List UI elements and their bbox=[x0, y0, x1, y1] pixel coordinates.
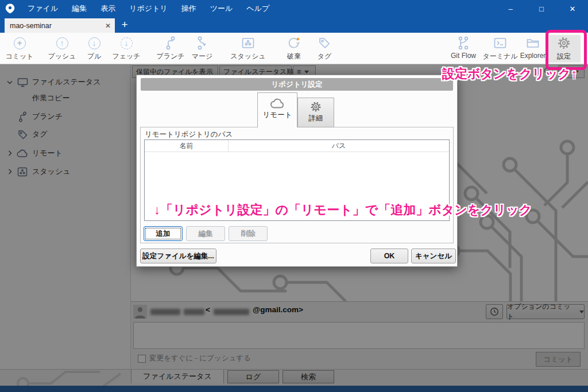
menu-help[interactable]: ヘルプ bbox=[239, 0, 276, 17]
stash-toolbar-button[interactable]: スタッシュ bbox=[228, 35, 268, 63]
table-header-row: 名前 パス bbox=[145, 140, 449, 152]
column-header-path[interactable]: パス bbox=[229, 140, 449, 152]
gitflow-toolbar-button[interactable]: Git Flow bbox=[443, 35, 483, 63]
ok-button[interactable]: OK bbox=[370, 249, 408, 263]
tab-close-icon[interactable]: ✕ bbox=[101, 22, 115, 30]
merge-icon bbox=[196, 36, 208, 50]
main-toolbar: + コミット ↑ プッシュ ↓ プル ↓ フェッチ ブランチ bbox=[0, 33, 588, 64]
menu-view[interactable]: 表示 bbox=[94, 0, 122, 17]
window-controls: – □ ✕ bbox=[495, 0, 588, 17]
fetch-dashed-down-icon: ↓ bbox=[121, 37, 133, 49]
repo-tab-mao-seminar[interactable]: mao-seminar ✕ bbox=[5, 18, 115, 33]
gitflow-icon bbox=[456, 36, 471, 50]
title-bar: ファイル 編集 表示 リポジトリ 操作 ツール ヘルプ – □ ✕ bbox=[0, 0, 588, 17]
menu-repository[interactable]: リポジトリ bbox=[122, 0, 175, 17]
column-header-name[interactable]: 名前 bbox=[145, 140, 229, 152]
tag-icon bbox=[318, 36, 331, 50]
pull-down-icon: ↓ bbox=[88, 37, 100, 49]
repo-tab-label: mao-seminar bbox=[5, 22, 101, 30]
repo-tab-bar: mao-seminar ✕ + bbox=[0, 17, 588, 33]
merge-toolbar-button[interactable]: マージ bbox=[185, 35, 219, 63]
discard-toolbar-button[interactable]: 破棄 bbox=[280, 35, 308, 63]
settings-highlight-box bbox=[546, 30, 587, 70]
close-button[interactable]: ✕ bbox=[557, 0, 588, 17]
explorer-toolbar-button[interactable]: Explorer bbox=[518, 35, 548, 63]
edit-config-file-button[interactable]: 設定ファイルを編集... bbox=[140, 249, 216, 263]
pull-toolbar-button[interactable]: ↓ プル bbox=[80, 35, 108, 63]
branch-toolbar-button[interactable]: ブランチ bbox=[153, 35, 188, 63]
sourcetree-window: ファイル 編集 表示 リポジトリ 操作 ツール ヘルプ – □ ✕ mao-se… bbox=[0, 0, 588, 392]
discard-icon bbox=[287, 36, 301, 50]
dialog-tab-advanced[interactable]: 詳細 bbox=[297, 98, 334, 127]
repository-settings-dialog: リポジトリ設定 リモート 詳細 リモートリポジトリのパス 名前 パス 追加 編集… bbox=[136, 75, 458, 267]
push-up-icon: ↑ bbox=[56, 37, 68, 49]
terminal-icon bbox=[493, 37, 507, 49]
push-toolbar-button[interactable]: ↑ プッシュ bbox=[44, 35, 80, 63]
edit-remote-button[interactable]: 編集 bbox=[186, 226, 225, 241]
dialog-annotation-text: ↓「リポジトリ設定」の「リモート」で「追加」ボタンをクリック bbox=[154, 201, 532, 219]
terminal-toolbar-button[interactable]: ターミナル bbox=[481, 35, 519, 63]
delete-remote-button[interactable]: 削除 bbox=[229, 226, 268, 241]
branch-icon bbox=[164, 36, 177, 50]
commit-plus-icon: + bbox=[14, 37, 26, 49]
add-remote-button[interactable]: 追加 bbox=[144, 226, 183, 241]
cloud-icon bbox=[270, 98, 285, 109]
minimize-button[interactable]: – bbox=[495, 0, 526, 17]
tag-toolbar-button[interactable]: タグ bbox=[310, 35, 339, 63]
sourcetree-logo-icon bbox=[5, 3, 15, 14]
settings-annotation-text: 設定ボタンをクリック↑ bbox=[442, 65, 577, 83]
new-tab-button[interactable]: + bbox=[117, 17, 132, 32]
fetch-toolbar-button[interactable]: ↓ フェッチ bbox=[109, 35, 144, 63]
menu-edit[interactable]: 編集 bbox=[65, 0, 94, 17]
menu-file[interactable]: ファイル bbox=[21, 0, 65, 17]
remotes-tab-panel: リモートリポジトリのパス 名前 パス 追加 編集 削除 bbox=[140, 127, 454, 243]
stash-box-icon bbox=[241, 37, 255, 49]
cancel-button[interactable]: キャンセル bbox=[411, 249, 456, 263]
dialog-title-bar: リポジトリ設定 bbox=[141, 78, 453, 91]
menu-tools[interactable]: ツール bbox=[203, 0, 240, 17]
dialog-tab-remotes[interactable]: リモート bbox=[257, 92, 297, 127]
remote-paths-group-label: リモートリポジトリのパス bbox=[145, 130, 233, 139]
menu-actions[interactable]: 操作 bbox=[175, 0, 203, 17]
gear-icon bbox=[310, 101, 322, 112]
folder-icon bbox=[526, 37, 540, 49]
commit-toolbar-button[interactable]: + コミット bbox=[1, 35, 38, 63]
maximize-button[interactable]: □ bbox=[526, 0, 557, 17]
